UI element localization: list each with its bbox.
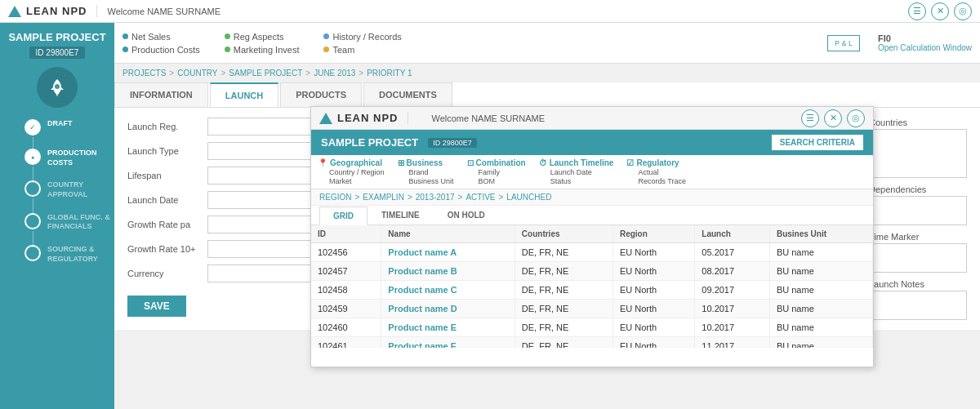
table-row[interactable]: 102458 Product name C DE, FR, NE EU Nort… — [311, 281, 873, 300]
cell-launch: 10.2017 — [695, 300, 770, 318]
overlay-breadcrumb: REGION > EXAMPLIN > 2013-2017 > ACTIVE >… — [311, 189, 873, 206]
overlay-tab-timeline[interactable]: TIMELINE — [368, 206, 434, 225]
table-scroll[interactable]: ID Name Countries Region Launch Busines … — [311, 225, 873, 348]
launch-date-label: Launch Date — [127, 195, 201, 205]
cell-bu: BU name — [769, 262, 872, 281]
fi0-sub[interactable]: Open Calculation Window — [878, 43, 972, 52]
table-row[interactable]: 102460 Product name E DE, FR, NE EU Nort… — [311, 318, 873, 337]
table-row[interactable]: 102461 Product name F DE, FR, NE EU Nort… — [311, 337, 873, 349]
search-criteria-button[interactable]: SEARCH CRITERIA — [772, 135, 863, 150]
time-marker-input[interactable] — [869, 243, 967, 273]
step-sourcing[interactable]: SOURCING & REGULATORY — [24, 245, 114, 264]
geo-sub-2: Market — [318, 177, 385, 185]
nav-group-2: Reg Aspects Marketing Invest — [225, 32, 300, 55]
overlay-settings-icon[interactable]: ◎ — [847, 109, 865, 127]
tab-information[interactable]: INFORMATION — [114, 82, 208, 107]
countries-input[interactable] — [869, 129, 967, 178]
dependencies-label: Dependencies — [869, 184, 967, 225]
pl-box[interactable]: P & L — [827, 35, 860, 51]
cell-launch: 11.2017 — [695, 337, 770, 349]
close-icon[interactable]: ✕ — [931, 2, 949, 20]
launch-timeline-sub-2: Status — [539, 177, 614, 185]
cell-name: Product name E — [381, 318, 515, 337]
overlay-project-title: SAMPLE PROJECT — [321, 136, 418, 149]
breadcrumb-projects[interactable]: PROJECTS — [122, 69, 166, 78]
cell-bu: BU name — [769, 243, 872, 262]
overlay-bc-active[interactable]: ACTIVE — [466, 193, 495, 202]
step-draft[interactable]: ✓ DRAFT — [24, 119, 114, 136]
overlay-panel: LEAN NPD Welcome NAME SURNAME ☰ ✕ ◎ SAMP… — [310, 106, 874, 367]
filter-combination: ⊡ Combination Family BOM — [467, 158, 526, 185]
step-country-approval[interactable]: COUNTRY APPROVAL — [24, 180, 114, 199]
cell-launch: 09.2017 — [695, 281, 770, 300]
launch-reg-label: Launch Reg. — [127, 122, 201, 131]
nav-label-history: History / Records — [332, 32, 401, 42]
overlay-close-icon[interactable]: ✕ — [824, 109, 842, 127]
cell-region: EU North — [612, 300, 694, 318]
nav-item-history[interactable]: History / Records — [323, 32, 401, 42]
launch-notes-input[interactable] — [869, 291, 967, 320]
overlay-top-nav: LEAN NPD Welcome NAME SURNAME ☰ ✕ ◎ — [311, 107, 873, 130]
tab-products[interactable]: PRODUCTS — [280, 82, 362, 107]
nav-item-reg-aspects[interactable]: Reg Aspects — [225, 32, 300, 42]
dot-reg-aspects — [225, 33, 230, 39]
overlay-tab-onhold[interactable]: ON HOLD — [434, 206, 499, 225]
nav-label-net-sales: Net Sales — [131, 32, 171, 42]
step-label-production: PRODUCTION COSTS — [47, 149, 114, 167]
overlay-menu-icon[interactable]: ☰ — [801, 109, 819, 127]
geo-icon: 📍 — [318, 158, 327, 167]
dot-production-costs — [122, 47, 128, 52]
step-production-costs[interactable]: ● PRODUCTION COSTS — [24, 149, 114, 167]
overlay-bc-years[interactable]: 2013-2017 — [416, 193, 455, 202]
step-label-global: GLOBAL FUNC. & FINANCIALS — [47, 213, 114, 232]
step-circle-sourcing — [24, 245, 41, 261]
breadcrumb-country[interactable]: COUNTRY — [177, 69, 217, 78]
overlay-bc-launched[interactable]: LAUNCHED — [506, 193, 551, 202]
table-row[interactable]: 102459 Product name D DE, FR, NE EU Nort… — [311, 300, 873, 318]
nav-icons: ☰ ✕ ◎ — [908, 2, 972, 20]
step-global-func[interactable]: GLOBAL FUNC. & FINANCIALS — [24, 213, 114, 232]
dot-team — [323, 47, 329, 52]
nav-label-production-costs: Production Costs — [131, 45, 200, 55]
tab-launch[interactable]: LAUNCH — [210, 82, 278, 107]
breadcrumb-sample-project[interactable]: SAMPLE PROJECT — [229, 69, 302, 78]
step-circle-global — [24, 213, 41, 229]
overlay-bc-examplin[interactable]: EXAMPLIN — [363, 193, 404, 202]
th-name: Name — [381, 225, 515, 243]
dot-history — [323, 33, 329, 39]
table-row[interactable]: 102456 Product name A DE, FR, NE EU Nort… — [311, 243, 873, 262]
step-circle-draft: ✓ — [24, 119, 41, 136]
nav-item-team[interactable]: Team — [323, 45, 401, 55]
cell-id: 102460 — [311, 318, 381, 337]
table-row[interactable]: 102457 Product name B DE, FR, NE EU Nort… — [311, 262, 873, 281]
nav-item-marketing-invest[interactable]: Marketing Invest — [225, 45, 300, 55]
breadcrumb-june2013[interactable]: JUNE 2013 — [314, 69, 355, 78]
overlay-bc-region[interactable]: REGION — [319, 193, 351, 202]
cell-bu: BU name — [769, 281, 872, 300]
overlay-logo-area: LEAN NPD — [319, 112, 408, 124]
save-button[interactable]: SAVE — [127, 296, 186, 317]
cell-countries: DE, FR, NE — [514, 262, 612, 281]
nav-item-production-costs[interactable]: Production Costs — [122, 45, 200, 55]
nav-item-net-sales[interactable]: Net Sales — [122, 32, 200, 42]
combination-sub-2: BOM — [467, 177, 526, 185]
breadcrumb-priority[interactable]: PRIORITY 1 — [367, 69, 412, 78]
cell-countries: DE, FR, NE — [514, 243, 612, 262]
countries-label: Countries — [869, 118, 967, 178]
menu-icon[interactable]: ☰ — [908, 2, 926, 20]
dependencies-input[interactable] — [869, 196, 967, 225]
breadcrumb: PROJECTS > COUNTRY > SAMPLE PROJECT > JU… — [114, 64, 980, 82]
th-launch: Launch — [695, 225, 770, 243]
rocket-icon — [37, 67, 78, 108]
cell-region: EU North — [612, 318, 694, 337]
regulatory-label: Regulatory — [636, 158, 679, 167]
business-icon: ⊞ — [398, 158, 404, 167]
regulatory-sub-2: Records Trace — [626, 177, 686, 185]
overlay-tab-grid[interactable]: GRID — [319, 207, 368, 225]
settings-icon[interactable]: ◎ — [954, 2, 972, 20]
tab-documents[interactable]: DOCUMENTS — [363, 82, 452, 107]
regulatory-sub-1: Actual — [626, 168, 686, 176]
combination-icon: ⊡ — [467, 158, 474, 167]
svg-point-1 — [55, 84, 60, 89]
sidebar-steps: ✓ DRAFT ● PRODUCTION COSTS COUNTRY APPRO… — [0, 119, 114, 278]
